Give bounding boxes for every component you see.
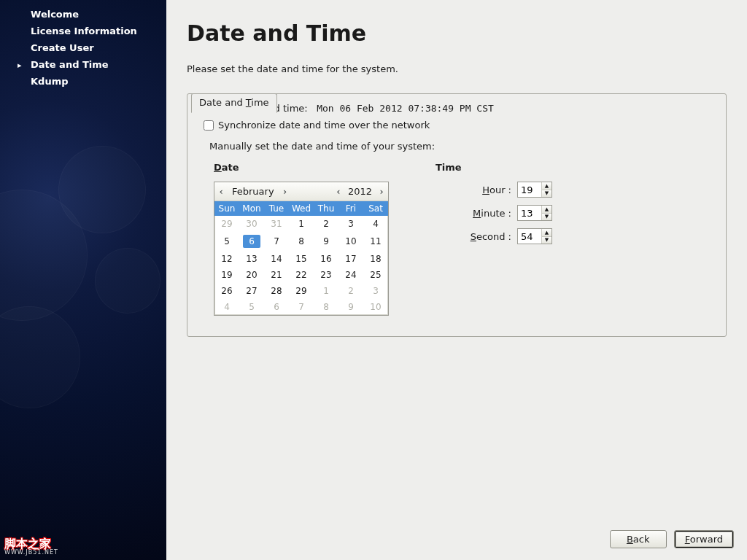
calendar-day[interactable]: 28 (264, 283, 289, 299)
next-year-button[interactable]: › (375, 186, 388, 197)
calendar-day[interactable]: 5 (214, 232, 239, 251)
sidebar-item-date-time[interactable]: ▸Date and Time (0, 56, 166, 73)
calendar-day[interactable]: 4 (214, 299, 239, 315)
calendar-day[interactable]: 4 (363, 216, 388, 232)
calendar-dow: Fri (338, 201, 363, 216)
second-input[interactable] (518, 229, 541, 244)
calendar-day[interactable]: 24 (338, 267, 363, 283)
watermark: 脚本之家 WWW.JB51.NET (4, 538, 58, 556)
calendar-day[interactable]: 14 (264, 251, 289, 267)
calendar-dow: Sun (214, 201, 239, 216)
sync-network-checkbox-row[interactable]: Synchronize date and time over the netwo… (204, 120, 714, 131)
date-heading: Date (214, 162, 389, 173)
forward-button[interactable]: Forward (674, 530, 734, 548)
main-content: Date and Time Please set the date and ti… (166, 0, 747, 560)
calendar-day[interactable]: 12 (214, 251, 239, 267)
calendar-day[interactable]: 29 (214, 216, 239, 232)
calendar-day[interactable]: 7 (264, 232, 289, 251)
calendar-dow: Tue (264, 201, 289, 216)
sidebar-item-license[interactable]: License Information (0, 23, 166, 39)
sidebar-item-label: Create User (31, 42, 94, 53)
calendar-day[interactable]: 10 (363, 299, 388, 315)
calendar-day[interactable]: 3 (363, 283, 388, 299)
calendar-day[interactable]: 2 (338, 283, 363, 299)
sidebar-item-welcome[interactable]: Welcome (0, 6, 166, 23)
calendar-dow: Sat (363, 201, 388, 216)
minute-down-icon[interactable]: ▼ (542, 214, 551, 221)
current-datetime-value: Mon 06 Feb 2012 07:38:49 PM CST (317, 103, 494, 114)
calendar-dow: Thu (314, 201, 338, 216)
calendar-widget: ‹ February › ‹ 2012 › SunMonTueWedThuFri… (214, 182, 389, 316)
minute-input[interactable] (518, 206, 541, 220)
calendar-day[interactable]: 6 (239, 232, 264, 251)
second-spinner[interactable]: ▲▼ (517, 228, 552, 244)
calendar-day[interactable]: 27 (239, 283, 264, 299)
calendar-day[interactable]: 31 (264, 216, 289, 232)
calendar-day[interactable]: 23 (314, 267, 338, 283)
calendar-day[interactable]: 26 (214, 283, 239, 299)
calendar-month[interactable]: February (228, 186, 279, 197)
date-column: Date ‹ February › ‹ 2012 › SunMonTue (214, 162, 389, 316)
page-intro: Please set the date and time for the sys… (187, 63, 727, 74)
calendar-day[interactable]: 9 (338, 299, 363, 315)
calendar-day[interactable]: 22 (289, 267, 314, 283)
sidebar-item-kdump[interactable]: Kdump (0, 73, 166, 90)
calendar-day[interactable]: 1 (289, 216, 314, 232)
calendar-day[interactable]: 8 (289, 232, 314, 251)
time-column: Time Hour : ▲▼ Minute : ▲▼ (436, 162, 552, 316)
prev-month-button[interactable]: ‹ (214, 186, 228, 197)
time-heading: Time (436, 162, 552, 173)
sync-network-label: Synchronize date and time over the netwo… (218, 120, 430, 131)
calendar-header: ‹ February › ‹ 2012 › (214, 182, 388, 201)
calendar-day[interactable]: 30 (239, 216, 264, 232)
sidebar-item-label: Welcome (31, 9, 79, 20)
sync-network-checkbox[interactable] (204, 120, 214, 131)
prev-year-button[interactable]: ‹ (332, 186, 345, 197)
manual-set-label: Manually set the date and time of your s… (209, 141, 714, 152)
back-button[interactable]: Back (610, 530, 667, 548)
calendar-day[interactable]: 16 (314, 251, 338, 267)
second-down-icon[interactable]: ▼ (542, 237, 551, 244)
calendar-day[interactable]: 15 (289, 251, 314, 267)
second-label: Second : (471, 231, 511, 242)
calendar-day[interactable]: 3 (338, 216, 363, 232)
minute-spinner[interactable]: ▲▼ (517, 205, 552, 221)
sidebar-item-label: Kdump (31, 76, 69, 87)
calendar-day[interactable]: 29 (289, 283, 314, 299)
sidebar-nav: Welcome License Information Create User … (0, 6, 166, 90)
calendar-day[interactable]: 21 (264, 267, 289, 283)
calendar-day[interactable]: 5 (239, 299, 264, 315)
calendar-day[interactable]: 7 (289, 299, 314, 315)
minute-up-icon[interactable]: ▲ (542, 206, 551, 214)
calendar-day[interactable]: 6 (264, 299, 289, 315)
hour-label: Hour : (482, 184, 511, 195)
calendar-day[interactable]: 10 (338, 232, 363, 251)
calendar-day[interactable]: 8 (314, 299, 338, 315)
calendar-dow: Mon (239, 201, 264, 216)
calendar-dow: Wed (289, 201, 314, 216)
calendar-day[interactable]: 13 (239, 251, 264, 267)
calendar-day[interactable]: 18 (363, 251, 388, 267)
sidebar-item-create-user[interactable]: Create User (0, 39, 166, 56)
minute-label: Minute : (473, 208, 511, 219)
calendar-day[interactable]: 11 (363, 232, 388, 251)
hour-input[interactable] (518, 182, 541, 197)
calendar-day[interactable]: 20 (239, 267, 264, 283)
next-month-button[interactable]: › (279, 186, 292, 197)
calendar-day[interactable]: 25 (363, 267, 388, 283)
calendar-day[interactable]: 9 (314, 232, 338, 251)
current-step-arrow-icon: ▸ (18, 61, 22, 70)
hour-up-icon[interactable]: ▲ (542, 182, 551, 190)
second-up-icon[interactable]: ▲ (542, 229, 551, 237)
calendar-day[interactable]: 1 (314, 283, 338, 299)
calendar-day[interactable]: 17 (338, 251, 363, 267)
calendar-grid: SunMonTueWedThuFriSat 293031123456789101… (214, 201, 388, 315)
tab-date-and-time[interactable]: Date and Time (191, 93, 277, 113)
hour-spinner[interactable]: ▲▼ (517, 182, 552, 198)
calendar-day[interactable]: 2 (314, 216, 338, 232)
page-title: Date and Time (187, 20, 727, 46)
calendar-year[interactable]: 2012 (345, 186, 375, 197)
hour-down-icon[interactable]: ▼ (542, 190, 551, 198)
calendar-day[interactable]: 19 (214, 267, 239, 283)
sidebar-item-label: Date and Time (31, 59, 109, 70)
